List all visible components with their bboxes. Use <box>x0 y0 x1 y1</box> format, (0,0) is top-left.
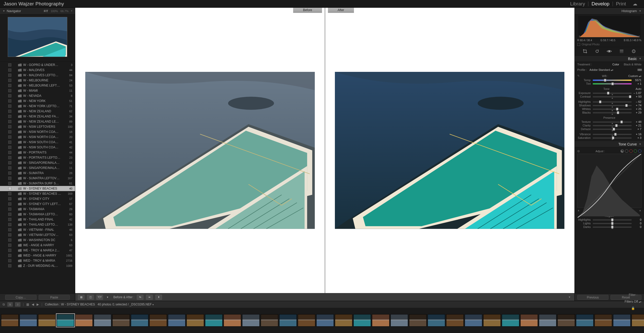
curve-channel-rgb-icon[interactable] <box>625 149 628 153</box>
cloud-sync-icon[interactable]: ☁ <box>629 1 640 7</box>
collection-item[interactable]: W - NSW NORTH COA…18 <box>0 129 75 134</box>
filmstrip-thumbnail[interactable] <box>557 314 575 327</box>
nav-print[interactable]: Print <box>613 1 629 7</box>
radial-filter-icon[interactable] <box>631 48 637 54</box>
slider-track[interactable] <box>593 101 632 103</box>
slider-track[interactable] <box>593 83 632 84</box>
tonecurve-graph[interactable] <box>577 154 641 208</box>
collection-item[interactable]: W - SYDNEY BEACHES …169 <box>0 191 75 196</box>
collection-item[interactable]: W - VIETNAM LEFTOV…63 <box>0 232 75 237</box>
profile-picker[interactable]: Adobe Standard ▴▾ <box>589 68 635 71</box>
slider-value[interactable]: + 21 <box>632 124 641 127</box>
collection-item[interactable]: W - NEW YORK51 <box>0 98 75 104</box>
after-pane[interactable]: After <box>325 8 575 293</box>
filmstrip-thumbnail[interactable] <box>242 314 260 327</box>
collection-item[interactable]: W - SYDNEY CITY17 <box>0 196 75 201</box>
filmstrip-thumbnail[interactable] <box>20 314 37 327</box>
slider-value[interactable]: 0 <box>632 218 641 221</box>
filmstrip-thumbnail[interactable] <box>595 314 612 327</box>
before-after-toggle-icon[interactable]: Y|Y <box>96 295 103 300</box>
collection-item[interactable]: W - NSW LEFTOVERS100 <box>0 124 75 129</box>
collection-item[interactable]: W - WASHINGTON DC6 <box>0 237 75 243</box>
filmstrip-thumbnail[interactable] <box>520 314 538 327</box>
filmstrip-thumbnail[interactable] <box>353 314 371 327</box>
slider-track[interactable] <box>593 112 632 113</box>
collection-item[interactable]: W - SUMATRA SURF S…61 <box>0 181 75 186</box>
filmstrip-thumbnail[interactable] <box>613 314 631 327</box>
collection-item[interactable]: W - NSW NORTH COA…20 <box>0 134 75 140</box>
copy-after-settings-icon[interactable]: ⬍ <box>155 295 162 300</box>
prev-photo-icon[interactable]: ◀ <box>32 303 34 306</box>
slider-track[interactable] <box>593 219 632 220</box>
slider-track[interactable] <box>593 80 632 81</box>
filmstrip-thumbnail[interactable] <box>316 314 334 327</box>
filmstrip-thumbnail[interactable] <box>1 314 19 327</box>
filmstrip-thumbnail[interactable] <box>112 314 130 327</box>
filmstrip-thumbnail[interactable] <box>335 314 352 327</box>
slider-track[interactable] <box>593 137 632 139</box>
histogram-graph[interactable] <box>575 14 644 39</box>
collection-item[interactable]: W - PORTRAITS44 <box>0 150 75 155</box>
redeye-tool-icon[interactable] <box>606 48 612 54</box>
paste-button[interactable]: Paste <box>39 295 70 300</box>
slider-value[interactable]: 0 <box>632 225 641 228</box>
previous-button[interactable]: Previous <box>577 295 608 300</box>
compare-view-icon[interactable]: ◫ <box>87 295 94 300</box>
slider-track[interactable] <box>593 134 632 135</box>
filmstrip-thumbnail[interactable] <box>131 314 148 327</box>
filmstrip-thumbnail[interactable] <box>261 314 278 327</box>
swap-before-after-icon[interactable]: ⇆ <box>137 295 143 300</box>
slider-track[interactable] <box>593 96 632 97</box>
collection-item[interactable]: W - THAILAND LEFTO…138 <box>0 222 75 227</box>
filmstrip-thumbnail[interactable] <box>57 314 74 327</box>
nav-library[interactable]: Library <box>567 1 588 7</box>
collection-item[interactable]: W - NEW ZEALAND62 <box>0 109 75 114</box>
collection-item[interactable]: W - GOPRO & UNDER…3 <box>0 62 75 67</box>
collection-item[interactable]: W - NSW SOUTH COA…42 <box>0 145 75 150</box>
filmstrip-thumbnail[interactable] <box>94 314 111 327</box>
collection-item[interactable]: W - NEW ZEALAND FA…34 <box>0 114 75 119</box>
collection-item[interactable]: WED - TROY & MARIA2716 <box>0 258 75 263</box>
treatment-color[interactable]: Color <box>612 63 619 66</box>
collection-item[interactable]: W - THAILAND FINAL42 <box>0 217 75 222</box>
filmstrip-thumbnail[interactable] <box>391 314 408 327</box>
slider-value[interactable]: – 62 <box>632 100 641 103</box>
crop-tool-icon[interactable] <box>582 48 588 54</box>
before-pane[interactable]: Before <box>75 8 325 293</box>
filmstrip-thumbnail[interactable] <box>465 314 482 327</box>
tonecurve-panel-header[interactable]: Tone Curve ▼ <box>575 141 644 147</box>
collection-item[interactable]: W - SUMATRA LEFTOV…167 <box>0 176 75 181</box>
slider-track[interactable] <box>593 125 632 126</box>
filmstrip-thumbnail[interactable] <box>483 314 501 327</box>
auto-tone-button[interactable]: Auto <box>635 87 641 90</box>
screen-1-icon[interactable]: 1 <box>7 302 13 306</box>
basic-panel-header[interactable]: Basic ▼ <box>575 56 644 62</box>
collection-item[interactable]: W - MALDIVES44 <box>0 67 75 73</box>
softproof-toggle-icon[interactable]: ▾ <box>569 295 572 299</box>
collection-item[interactable]: W - TASMANIA29 <box>0 207 75 212</box>
slider-value[interactable]: + 7 <box>632 127 641 131</box>
slider-value[interactable]: + 16 <box>632 133 641 136</box>
spot-removal-icon[interactable] <box>594 48 600 54</box>
slider-track[interactable] <box>593 92 632 94</box>
filmstrip-thumbnail[interactable] <box>205 314 223 327</box>
filmstrip-thumbnail[interactable] <box>409 314 427 327</box>
collection-item[interactable]: W - MELBOURNE LEFT…53 <box>0 83 75 88</box>
filmstrip-thumbnail[interactable] <box>446 314 464 327</box>
loupe-view-icon[interactable]: ▦ <box>78 295 84 300</box>
nav-develop[interactable]: Develop <box>588 1 613 7</box>
copy-before-settings-icon[interactable]: ⬌ <box>146 295 153 300</box>
zoom-fit[interactable]: FIT <box>44 10 48 13</box>
graduated-filter-icon[interactable] <box>619 48 624 54</box>
slider-track[interactable] <box>593 121 632 123</box>
collection-item[interactable]: WED - ANGE & HARRY1681 <box>0 253 75 258</box>
filmstrip-thumbnail[interactable] <box>502 314 519 327</box>
curve-channel-red-icon[interactable] <box>629 149 633 153</box>
collection-item[interactable]: W - NEW YORK LEFTO…71 <box>0 104 75 109</box>
slider-track[interactable] <box>593 129 632 130</box>
filmstrip-thumbnail[interactable] <box>187 314 204 327</box>
filmstrip-thumbnail[interactable] <box>428 314 445 327</box>
profile-browser-icon[interactable]: ▦▦ <box>637 68 641 71</box>
slider-value[interactable]: – 1.07 <box>632 91 641 95</box>
zoom-menu-icon[interactable]: ▾ <box>71 10 72 13</box>
